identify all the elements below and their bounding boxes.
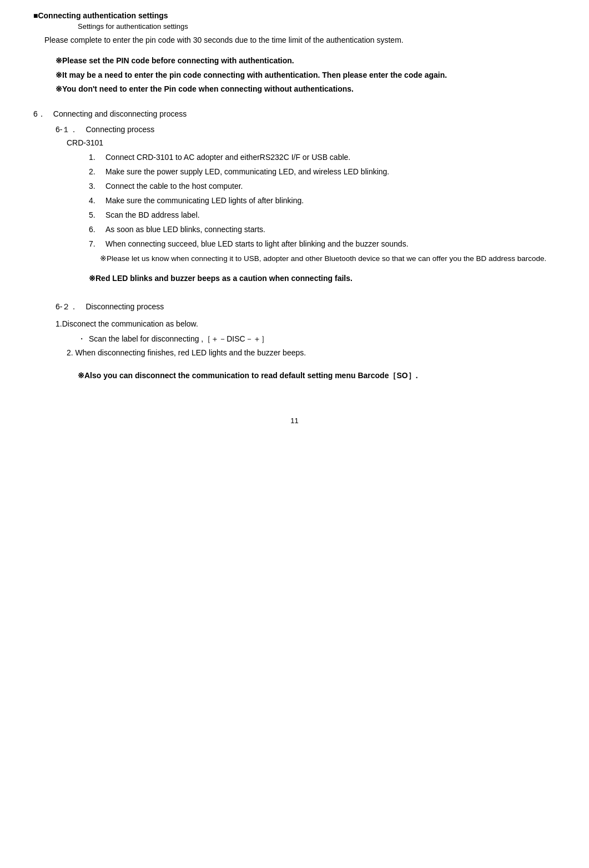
disc-step1-bullet: ・ Scan the label for disconnecting ,［＋－D… xyxy=(78,333,556,345)
auth-notice-2: ※It may be a need to enter the pin code … xyxy=(56,68,556,82)
step-7: 7. When connecting succeed, blue LED sta… xyxy=(89,238,556,250)
section-6-1-title: 6‐１． Connecting process xyxy=(56,125,556,135)
note-usb: ※Please let us know when connecting it t… xyxy=(100,253,556,265)
also-note: ※Also you can disconnect the communicati… xyxy=(78,369,556,383)
step-6: 6. As soon as blue LED blinks, connectin… xyxy=(89,224,556,235)
step-4: 4. Make sure the communicating LED light… xyxy=(89,195,556,207)
note-red-led: ※Red LED blinks and buzzer beeps as a ca… xyxy=(89,272,556,285)
steps-list: 1. Connect CRD-3101 to AC adopter and ei… xyxy=(89,152,556,250)
disc-step2: 2. When disconnecting finishes, red LED … xyxy=(67,347,556,359)
page-content: ■Connecting authentication settings Sett… xyxy=(33,11,556,425)
auth-notice-3: ※You don't need to enter the Pin code wh… xyxy=(56,82,556,96)
section-6-title: 6． Connecting and disconnecting process xyxy=(33,109,556,119)
section-6: 6． Connecting and disconnecting process … xyxy=(33,109,556,383)
page-number: 11 xyxy=(33,417,556,425)
section-6-1: 6‐１． Connecting process CRD-3101 1. Conn… xyxy=(56,125,556,285)
step-3: 3. Connect the cable to the host compute… xyxy=(89,180,556,192)
auth-settings-heading: ■Connecting authentication settings xyxy=(33,11,556,20)
step-5: 5. Scan the BD address label. xyxy=(89,209,556,221)
step-2: 2. Make sure the power supply LED, commu… xyxy=(89,166,556,178)
section-6-2: 6‐２． Disconnecting process 1.Disconect t… xyxy=(56,302,556,383)
section-6-2-title: 6‐２． Disconnecting process xyxy=(56,302,556,312)
auth-body-text: Please complete to enter the pin code wi… xyxy=(33,34,556,46)
step-1: 1. Connect CRD-3101 to AC adopter and ei… xyxy=(89,152,556,163)
crd-label: CRD-3101 xyxy=(67,138,556,147)
auth-settings-subheading: Settings for authentication settings xyxy=(33,22,556,31)
disc-step1-label: 1.Disconect the communication as below. xyxy=(56,318,556,330)
auth-notices: ※Please set the PIN code before connecti… xyxy=(56,54,556,96)
auth-notice-1: ※Please set the PIN code before connecti… xyxy=(56,54,556,68)
auth-settings-section: ■Connecting authentication settings Sett… xyxy=(33,11,556,96)
